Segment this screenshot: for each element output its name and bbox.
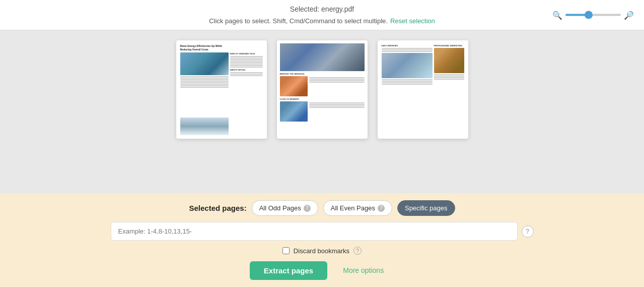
- text-line: [309, 102, 365, 103]
- odd-help-icon[interactable]: ?: [304, 205, 311, 212]
- page2-content: IMPROVE THE SERVICES CLICK TO REWRITE: [277, 40, 368, 139]
- text-line: [230, 74, 263, 75]
- text-line: [382, 51, 433, 52]
- text-line: [434, 74, 464, 75]
- text-line: [230, 61, 263, 62]
- page2-cols2: [280, 101, 365, 122]
- page2-cols1: [280, 76, 365, 96]
- text-line: [230, 62, 263, 63]
- zoom-controls: 🔍 🔎: [552, 10, 634, 20]
- text-line: [230, 67, 263, 68]
- text-line: [309, 104, 365, 105]
- text-line: [382, 79, 433, 80]
- text-line: [382, 81, 433, 82]
- all-even-pages-button[interactable]: All Even Pages ?: [323, 200, 392, 216]
- page1-line: [180, 79, 229, 80]
- page1-line: [180, 85, 229, 86]
- text-line: [309, 107, 365, 108]
- specific-pages-label: Specific pages: [405, 204, 448, 212]
- page1-right-label: EMPLOY GREENER TECH: [230, 52, 263, 55]
- bottom-panel: Selected pages: All Odd Pages ? All Even…: [0, 193, 644, 287]
- page3-canyon-img: [434, 48, 464, 73]
- page3-energy-label: EASY ENERGIES: [382, 44, 433, 47]
- text-line: [230, 56, 263, 57]
- even-help-icon[interactable]: ?: [378, 205, 385, 212]
- text-line: [309, 80, 365, 81]
- page1-snow-img: [180, 118, 229, 135]
- text-line: [382, 82, 433, 83]
- page2-section1: IMPROVE THE SERVICES: [280, 73, 365, 96]
- selected-file-title: Selected: energy.pdf: [290, 5, 354, 13]
- page1-mountain-img: [180, 52, 229, 75]
- page3-text3: [434, 74, 464, 80]
- page3-left: EASY ENERGIES: [382, 44, 433, 135]
- page2-top-img: [280, 43, 365, 71]
- more-options-button[interactable]: More options: [332, 261, 394, 280]
- text-line: [309, 79, 365, 80]
- page1-content: Raise Energy Efficiencies Up WhileReduci…: [176, 40, 267, 139]
- page2-label2: CLICK TO REWRITE: [280, 98, 365, 100]
- page3-text1: [382, 48, 433, 52]
- page-thumb-1[interactable]: Raise Energy Efficiencies Up WhileReduci…: [176, 40, 267, 139]
- zoom-out-icon[interactable]: 🔍: [552, 10, 562, 20]
- text-line: [434, 76, 464, 77]
- all-odd-pages-button[interactable]: All Odd Pages ?: [252, 200, 318, 216]
- page2-section2: CLICK TO REWRITE: [280, 98, 365, 122]
- specific-pages-button[interactable]: Specific pages: [397, 200, 455, 216]
- text-line: [230, 75, 263, 76]
- page1-left: [180, 52, 229, 135]
- text-line: [382, 84, 433, 85]
- page-thumb-2[interactable]: IMPROVE THE SERVICES CLICK TO REWRITE: [277, 40, 368, 139]
- page3-marketing-label: PROFESSIONAL MARKETING: [434, 44, 464, 47]
- page1-line: [180, 84, 229, 85]
- text-line: [309, 105, 365, 106]
- text-line: [434, 79, 464, 80]
- input-row: ?: [111, 222, 534, 241]
- page2-river-img: [280, 101, 308, 122]
- page1-safety-label: SAFETY NOTES: [230, 69, 263, 71]
- all-even-pages-label: All Even Pages: [331, 204, 375, 212]
- selected-pages-label: Selected pages:: [189, 204, 246, 212]
- page1-line: [180, 87, 229, 88]
- page3-text2: [382, 79, 433, 85]
- page2-col-text2: [309, 101, 365, 122]
- actions-row: Extract pages More options: [250, 261, 394, 280]
- pages-input[interactable]: [111, 222, 518, 241]
- page1-line: [180, 76, 229, 77]
- page1-line: [180, 78, 229, 79]
- zoom-slider[interactable]: [565, 14, 621, 16]
- discard-bookmarks-label: Discard bookmarks: [294, 247, 349, 255]
- top-bar: Selected: energy.pdf Click pages to sele…: [0, 0, 644, 30]
- zoom-in-icon[interactable]: 🔎: [624, 10, 634, 20]
- page1-safety-lines: [230, 72, 263, 76]
- text-line: [382, 48, 433, 49]
- text-line: [230, 64, 263, 65]
- instruction-row: Click pages to select. Shift, Cmd/Comman…: [209, 17, 435, 25]
- page1-cols: EMPLOY GREENER TECH SAFETY NOTES: [180, 52, 263, 135]
- all-odd-pages-label: All Odd Pages: [259, 204, 301, 212]
- text-line: [230, 58, 263, 59]
- input-help-icon[interactable]: ?: [522, 225, 534, 238]
- page2-col-text1: [309, 76, 365, 96]
- extract-pages-button[interactable]: Extract pages: [250, 261, 327, 280]
- page3-cols: EASY ENERGIES PROFESSIONAL: [382, 44, 464, 135]
- text-line: [309, 77, 365, 78]
- page-thumb-3[interactable]: EASY ENERGIES PROFESSIONAL: [378, 40, 468, 139]
- page1-line: [180, 81, 229, 82]
- text-line: [382, 49, 433, 50]
- text-line: [230, 59, 263, 60]
- text-line: [309, 82, 365, 83]
- instruction-text: Click pages to select. Shift, Cmd/Comman…: [209, 17, 388, 25]
- discard-bookmarks-checkbox[interactable]: [282, 247, 290, 254]
- pages-area: Raise Energy Efficiencies Up WhileReduci…: [0, 30, 644, 193]
- page1-text-block: [180, 76, 229, 117]
- page3-mountain-img: [382, 53, 433, 78]
- page2-label1: IMPROVE THE SERVICES: [280, 73, 365, 75]
- text-line: [434, 77, 464, 78]
- discard-help-icon[interactable]: ?: [353, 247, 362, 255]
- reset-selection-link[interactable]: Reset selection: [390, 17, 435, 25]
- page3-right: PROFESSIONAL MARKETING: [434, 44, 464, 135]
- page1-right: EMPLOY GREENER TECH SAFETY NOTES: [230, 52, 263, 135]
- page2-autumn-img: [280, 76, 308, 96]
- selected-pages-row: Selected pages: All Odd Pages ? All Even…: [189, 200, 455, 216]
